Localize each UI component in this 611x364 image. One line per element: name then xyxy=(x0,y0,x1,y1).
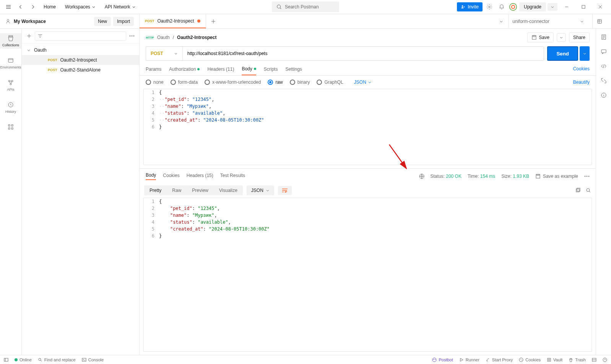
close-icon[interactable] xyxy=(593,2,608,12)
save-example-button[interactable]: Save as example xyxy=(535,174,578,179)
request-body-editor[interactable]: 1{ 2··"pet_id": "12345", 3··"name": "Мур… xyxy=(143,89,592,165)
sidebar-more-icon[interactable] xyxy=(129,35,135,37)
radio-urlencoded[interactable]: x-www-form-urlencoded xyxy=(205,80,261,85)
avatar[interactable] xyxy=(509,2,518,11)
tree-folder-oauth[interactable]: Oauth xyxy=(22,45,139,55)
rail-apis[interactable]: APIs xyxy=(0,78,21,93)
nav-workspaces[interactable]: Workspaces xyxy=(61,2,99,12)
view-visualize[interactable]: Visualize xyxy=(214,185,243,195)
response-tabs: Body Cookies Headers (15) Test Results S… xyxy=(140,169,596,183)
tab-body[interactable]: Body xyxy=(242,66,256,75)
back-icon[interactable] xyxy=(15,2,26,12)
svg-rect-24 xyxy=(533,36,535,37)
tab-name: Oauth2-Introspect xyxy=(158,18,194,24)
status-postbot[interactable]: Postbot xyxy=(432,358,453,362)
info-icon[interactable] xyxy=(601,92,607,98)
status-layout-icon[interactable] xyxy=(592,358,596,362)
view-preview[interactable]: Preview xyxy=(187,185,214,195)
bell-icon[interactable] xyxy=(496,2,507,12)
send-button[interactable]: Send xyxy=(547,46,578,61)
url-input[interactable] xyxy=(183,47,544,60)
beautify-button[interactable]: Beautify xyxy=(573,80,590,85)
maximize-icon[interactable] xyxy=(576,2,591,12)
search-input[interactable]: Search Postman xyxy=(272,2,339,12)
svg-point-45 xyxy=(520,359,521,360)
import-button[interactable]: Import xyxy=(113,17,134,26)
save-caret[interactable] xyxy=(557,33,566,42)
status-find[interactable]: Find and replace xyxy=(38,358,76,362)
status-vault[interactable]: Vault xyxy=(547,358,562,362)
radio-none[interactable]: none xyxy=(146,80,164,85)
nav-home[interactable]: Home xyxy=(40,2,60,12)
rail-collections[interactable]: Collections xyxy=(0,33,21,49)
globe-icon[interactable] xyxy=(419,174,424,179)
status-trash[interactable]: Trash xyxy=(569,358,586,362)
response-format-select[interactable]: JSON xyxy=(247,185,274,195)
sidebar-filter[interactable] xyxy=(35,31,126,41)
rail-more[interactable] xyxy=(0,122,21,132)
response-more-icon[interactable] xyxy=(584,176,590,177)
svg-rect-7 xyxy=(598,20,601,23)
collapse-sidebar-icon[interactable] xyxy=(4,358,8,362)
svg-point-0 xyxy=(277,5,281,8)
new-button[interactable]: New xyxy=(94,17,111,26)
radio-binary[interactable]: binary xyxy=(290,80,310,85)
resp-tab-cookies[interactable]: Cookies xyxy=(163,173,179,180)
breadcrumb-parent[interactable]: Oauth xyxy=(157,35,170,40)
upgrade-button[interactable]: Upgrade xyxy=(519,2,546,11)
upgrade-caret[interactable] xyxy=(548,3,557,11)
search-response-icon[interactable] xyxy=(586,188,591,193)
menu-icon[interactable] xyxy=(3,2,14,12)
wrap-lines-button[interactable] xyxy=(278,186,292,195)
view-raw[interactable]: Raw xyxy=(167,185,187,195)
tab-params[interactable]: Params xyxy=(146,66,161,75)
invite-button[interactable]: Invite xyxy=(457,2,483,11)
add-collection-button[interactable] xyxy=(26,33,32,39)
copy-icon[interactable] xyxy=(575,188,580,193)
resp-tab-tests[interactable]: Test Results xyxy=(220,173,245,180)
tree-method: POST xyxy=(48,58,57,62)
tree-item-introspect[interactable]: POST Oauth2-Introspect xyxy=(22,55,139,65)
tab-auth[interactable]: Authorization xyxy=(169,66,200,75)
send-caret[interactable] xyxy=(580,46,590,61)
cookies-link[interactable]: Cookies xyxy=(573,66,590,75)
status-online[interactable]: Online xyxy=(15,358,32,362)
nav-api-network[interactable]: API Network xyxy=(101,2,140,12)
save-button[interactable]: Save xyxy=(527,32,554,42)
status-proxy[interactable]: Start Proxy xyxy=(486,358,513,362)
radio-formdata[interactable]: form-data xyxy=(171,80,198,85)
tab-settings[interactable]: Settings xyxy=(285,66,302,75)
status-help-icon[interactable] xyxy=(603,358,607,362)
environment-preview-icon[interactable] xyxy=(592,14,606,28)
add-tab-button[interactable] xyxy=(206,14,221,28)
svg-rect-47 xyxy=(548,358,551,361)
rail-environments[interactable]: Environments xyxy=(0,55,21,71)
resp-tab-body[interactable]: Body xyxy=(146,172,156,180)
method-select[interactable]: POST xyxy=(146,47,183,60)
tabs-dropdown[interactable] xyxy=(499,19,504,24)
status-cookies[interactable]: Cookies xyxy=(519,358,541,362)
resp-tab-headers[interactable]: Headers (15) xyxy=(187,173,213,180)
status-console[interactable]: Console xyxy=(82,358,104,362)
minimize-icon[interactable] xyxy=(559,2,574,12)
settings-icon[interactable] xyxy=(484,2,495,12)
code-icon[interactable] xyxy=(601,63,607,69)
request-tab[interactable]: POST Oauth2-Introspect xyxy=(140,14,206,28)
radio-graphql[interactable]: GraphQL xyxy=(317,80,343,85)
docs-icon[interactable] xyxy=(601,34,607,40)
expand-icon[interactable] xyxy=(601,78,607,84)
radio-raw[interactable]: raw xyxy=(268,80,283,85)
tab-scripts[interactable]: Scripts xyxy=(264,66,278,75)
tab-headers[interactable]: Headers (11) xyxy=(207,66,234,75)
share-button[interactable]: Share xyxy=(569,32,590,42)
time-info: Time: 154 ms xyxy=(468,174,495,179)
comments-icon[interactable] xyxy=(601,49,607,55)
view-pretty[interactable]: Pretty xyxy=(144,185,167,195)
rail-history[interactable]: History xyxy=(0,100,21,115)
status-runner[interactable]: Runner xyxy=(459,358,479,362)
response-body-editor[interactable]: 1{ 2 "pet_id": "12345", 3 "name": "Мурзи… xyxy=(143,198,592,352)
body-format-select[interactable]: JSON xyxy=(354,80,372,85)
environment-select[interactable]: uniform-connector xyxy=(508,14,588,28)
tree-item-standalone[interactable]: POST Oauth2-StandAlone xyxy=(22,65,139,75)
forward-icon[interactable] xyxy=(28,2,38,12)
